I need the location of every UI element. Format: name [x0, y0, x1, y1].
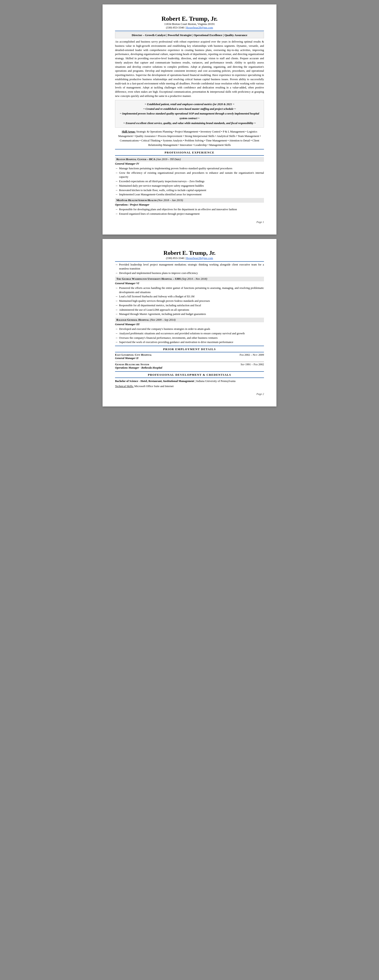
tech-skills-text: Microsoft Office Suite and Internet — [134, 385, 174, 388]
credentials-section: Bachelor of Science - Hotel, Restaurant,… — [115, 379, 264, 383]
page1-header: Robert E. Trump, Jr. 11834 Breton Court … — [115, 15, 264, 29]
bullet-1-5: Renovated kitchen to include floor, wall… — [115, 188, 264, 192]
page-number-1: Page 1 — [115, 221, 264, 224]
skills-section: Skill Areas: Strategic & Operations Plan… — [115, 129, 264, 147]
bullet-2-1: Responsible for developing plans and obj… — [115, 207, 264, 212]
gwu-bullet-5: Administered the use of Lean/LDM approac… — [115, 308, 264, 312]
prior-employer-1: East Liverpool City Hospital — [115, 353, 152, 356]
gwu-bullet-2: Lead a full licensed Starbucks and Subwa… — [115, 294, 264, 299]
prior-employment-divider-bottom — [115, 352, 264, 352]
raleigh-bullet-2: Analyzed problematic situations and occu… — [115, 331, 264, 336]
prior-row-2-top: Genesis Healthcare System Sep 1991 – Feb… — [115, 363, 264, 366]
prior-date-1: Feb 2002 – Nov 2009 — [240, 353, 264, 356]
gwu-bullet-3: Maintained high-quality services through… — [115, 299, 264, 303]
job-bullets-raleigh: Developed and executed the company's bus… — [115, 327, 264, 344]
highlights-box: ~ Established patient, retail and employ… — [115, 100, 264, 127]
continuation-bullets: Provided leadership level project manage… — [115, 262, 264, 275]
prior-row-1: East Liverpool City Hospital Feb 2002 – … — [115, 353, 264, 360]
employer-name-gwu: The George Washington University Hospita… — [117, 277, 181, 280]
cont-bullet-1: Provided leadership level project manage… — [115, 262, 264, 271]
prior-title-2: Operations Manager - Bethesda Hospital — [115, 366, 264, 369]
skills-items: Strategic & Operations Planning • Projec… — [118, 130, 261, 146]
employer-row-1: Reston Hospital Center – HCA (Jun 2019 –… — [115, 157, 264, 162]
gwu-bullet-1: Pioneered the efforts across handling th… — [115, 286, 264, 294]
page2-name: Robert E. Trump, Jr. — [115, 250, 264, 256]
page2-phone: (330) 853-3340 — [166, 256, 184, 260]
job-bullets-1: Manage functions pertaining to implement… — [115, 166, 264, 197]
highlight-3: ~ Implemented proven Sodexo standard qua… — [119, 111, 260, 121]
phone: (330) 853-3340 — [166, 26, 184, 29]
tech-skills-label: Technical Skills: — [115, 385, 134, 388]
job-bullets-gwu: Pioneered the efforts across handling th… — [115, 286, 264, 316]
bullet-2-2: Ensured organized lines of communication… — [115, 212, 264, 216]
school: Indiana University of Pennsylvania — [196, 380, 236, 383]
employer-name-raleigh: Raleigh General Hospital — [117, 318, 149, 321]
raleigh-bullet-3: Oversaw the company's financial performa… — [115, 336, 264, 340]
employer-row-raleigh: Raleigh General Hospital (Nov 2009 – Sep… — [115, 318, 264, 322]
bullet-1-1: Manage functions pertaining to implement… — [115, 166, 264, 170]
employer-name-2: MedStar Health/Atrium Health — [117, 199, 157, 202]
email-link[interactable]: Boxerbear28@me.com — [186, 26, 213, 29]
bullet-1-2: Grow the efficiency of existing organiza… — [115, 171, 264, 179]
job-title-raleigh: General Manager III — [115, 323, 264, 326]
summary: An accomplished and business savvy profe… — [115, 40, 264, 98]
highlight-1: ~ Established patient, retail and employ… — [119, 102, 260, 107]
headline: Director – Growth Catalyst | Powerful St… — [115, 32, 264, 38]
credentials-divider-bottom — [115, 377, 264, 378]
highlight-3-text: ~ Implemented proven Sodexo standard qua… — [120, 112, 259, 120]
job-title-1: General Manager IV — [115, 162, 264, 165]
highlight-4-text: ~ Ensured excellent client service, qual… — [123, 122, 256, 125]
employer-name-1: Reston Hospital Center – HCA — [117, 158, 155, 161]
page-number-2: Page 2 — [115, 393, 264, 396]
page2-header: Robert E. Trump, Jr. (330) 853-3340 | Bo… — [115, 250, 264, 260]
page-2: Robert E. Trump, Jr. (330) 853-3340 | Bo… — [102, 239, 277, 407]
prior-employer-2: Genesis Healthcare System — [115, 363, 149, 366]
page2-header-divider — [115, 261, 264, 262]
raleigh-bullet-1: Developed and executed the company's bus… — [115, 327, 264, 331]
highlight-2: ~ Created and re-established a zero-base… — [119, 107, 260, 111]
credentials-heading: PROFESSIONAL DEVELOPMENT & CREDENTIALS — [115, 373, 264, 377]
experience-divider-top — [115, 149, 264, 150]
bullet-1-3: Exceeded expectations on all third-party… — [115, 179, 264, 183]
credentials-divider-top — [115, 371, 264, 372]
job-title-gwu: General Manager VI — [115, 282, 264, 285]
bullet-1-4: Maintained daily pre-service manager/emp… — [115, 184, 264, 188]
prior-row-1-top: East Liverpool City Hospital Feb 2002 – … — [115, 353, 264, 356]
address: 11834 Breton Court Reston, Virginia 2019… — [115, 22, 264, 26]
gwu-bullet-6: Managed through Master Agreement, includ… — [115, 312, 264, 316]
highlight-4: ~ Ensured excellent client service, qual… — [119, 121, 260, 126]
header-divider — [115, 31, 264, 31]
prior-employment-heading: PRIOR EMPLOYMENT DETAILS — [115, 347, 264, 351]
prior-row-2: Genesis Healthcare System Sep 1991 – Feb… — [115, 363, 264, 369]
education-item: Bachelor of Science - Hotel, Restaurant,… — [115, 379, 264, 383]
degree: Bachelor of Science - Hotel, Restaurant,… — [115, 380, 194, 383]
cont-bullet-2: Developed and implemented business plans… — [115, 271, 264, 275]
bullet-1-6: Implemented Lean Management-Gemba identi… — [115, 192, 264, 197]
gwu-bullet-4: Responsible for all departmental metrics… — [115, 303, 264, 308]
contact: (330) 853-3340 | Boxerbear28@me.com — [115, 26, 264, 29]
prior-date-2: Sep 1991 – Feb 2002 — [241, 363, 264, 366]
prior-employment-divider-top — [115, 346, 264, 346]
job-bullets-2: Responsible for developing plans and obj… — [115, 207, 264, 216]
skills-label: Skill Areas: — [122, 130, 136, 133]
raleigh-bullet-4: Supervised the work of executives provid… — [115, 340, 264, 344]
name: Robert E. Trump, Jr. — [115, 15, 264, 22]
job-title-2: Operations / Project Manager — [115, 203, 264, 207]
page2-email-link[interactable]: Boxerbear28@me.com — [186, 256, 213, 260]
tech-skills: Technical Skills: Microsoft Office Suite… — [115, 385, 264, 388]
highlight-1-text: ~ Established patient, retail and employ… — [145, 103, 234, 106]
experience-divider-bottom — [115, 155, 264, 156]
page2-contact: (330) 853-3340 | Boxerbear28@me.com — [115, 256, 264, 260]
employer-row-gwu: The George Washington University Hospita… — [115, 277, 264, 281]
employer-row-2: MedStar Health/Atrium Health (Nov 2018 –… — [115, 198, 264, 203]
prior-title-1: General Manager II — [115, 356, 264, 360]
highlight-2-text: ~ Created and re-established a zero-base… — [143, 107, 236, 110]
page-1: Robert E. Trump, Jr. 11834 Breton Court … — [102, 5, 277, 234]
professional-experience-heading: PROFESSIONAL EXPERIENCE — [115, 151, 264, 154]
